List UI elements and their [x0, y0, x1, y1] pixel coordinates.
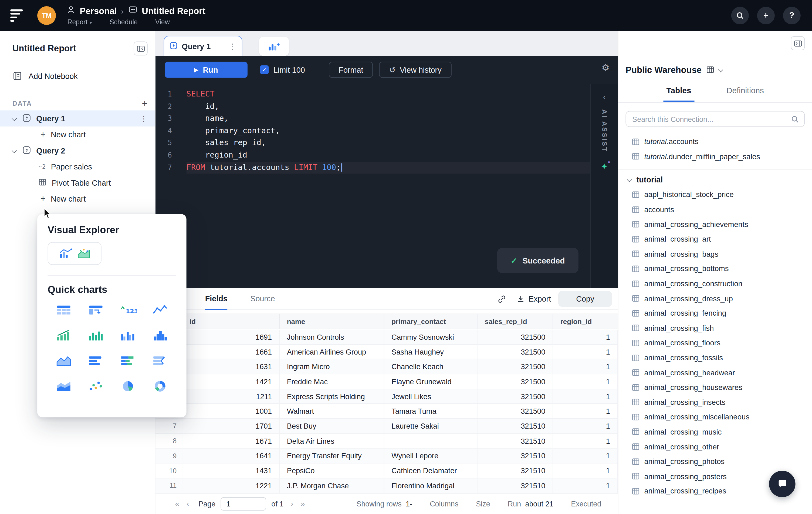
cell-primary-contact[interactable]: Laurette Sakai	[384, 419, 477, 433]
cell-id[interactable]: 1691	[182, 330, 280, 344]
chevron-left-icon[interactable]: ‹	[603, 92, 606, 101]
table-list-item[interactable]: animal_crossing_fossils	[618, 350, 812, 365]
cell-sales-rep-id[interactable]: 321510	[477, 463, 553, 478]
cell-id[interactable]: 1211	[182, 389, 280, 403]
quick-chart-bar-line[interactable]	[149, 353, 171, 368]
table-list-item[interactable]: animal_crossing_housewares	[618, 380, 812, 395]
chevron-down-icon[interactable]	[627, 177, 632, 182]
quick-chart-single-value[interactable]: 123	[117, 303, 139, 317]
tree-item-query2[interactable]: Query 2	[0, 143, 155, 159]
table-list-item[interactable]: animal_crossing_dress_up	[618, 291, 812, 306]
quick-chart-line[interactable]	[149, 303, 171, 317]
table-list-item[interactable]: animal_crossing_photos	[618, 454, 812, 469]
breadcrumb-workspace[interactable]: Personal	[80, 6, 117, 16]
table-list-item[interactable]: aapl_historical_stock_price	[618, 187, 812, 202]
connection-search[interactable]	[626, 111, 805, 127]
table-row[interactable]: 2 1661 American Airlines Group Sasha Hau…	[155, 345, 618, 359]
table-list-item[interactable]: animal_crossing_achievements	[618, 217, 812, 232]
quick-chart-pivot-table[interactable]	[85, 303, 107, 317]
quick-chart-column[interactable]	[85, 328, 107, 343]
create-new-button[interactable]: +	[757, 7, 775, 24]
cell-region-id[interactable]: 1	[553, 374, 618, 388]
chevron-down-icon[interactable]	[11, 148, 17, 153]
menu-report[interactable]: Report▾	[67, 18, 92, 26]
export-button[interactable]: Export	[517, 291, 551, 307]
cell-region-id[interactable]: 1	[553, 404, 618, 418]
sparkle-icon[interactable]: ✦✦	[601, 162, 608, 171]
cell-region-id[interactable]: 1	[553, 419, 618, 433]
cell-region-id[interactable]: 1	[553, 330, 618, 344]
tab-tables[interactable]: Tables	[663, 81, 694, 102]
table-row[interactable]: 4 1421 Freddie Mac Elayne Grunewald 3215…	[155, 374, 618, 389]
cell-name[interactable]: Ingram Micro	[280, 359, 384, 374]
quick-chart-column-trend[interactable]	[52, 328, 75, 343]
table-row[interactable]: 8 1671 Delta Air Lines 321510 1	[155, 434, 618, 449]
table-row[interactable]: 3 1631 Ingram Micro Chanelle Keach 32150…	[155, 359, 618, 374]
cell-id[interactable]: 1221	[182, 478, 280, 493]
collapse-right-panel-button[interactable]	[791, 36, 805, 50]
checkbox-checked-icon[interactable]: ✓	[260, 65, 269, 74]
cell-region-id[interactable]: 1	[553, 434, 618, 448]
editor-settings-button[interactable]: ⚙	[602, 62, 610, 73]
cell-region-id[interactable]: 1	[553, 449, 618, 463]
chevron-down-icon[interactable]	[11, 116, 17, 121]
cell-name[interactable]: Freddie Mac	[280, 374, 384, 388]
table-list-item[interactable]: animal_crossing_floors	[618, 335, 812, 350]
prev-page-button[interactable]: ‹	[186, 499, 189, 508]
cell-id[interactable]: 1661	[182, 345, 280, 359]
next-page-button[interactable]: ›	[291, 499, 293, 508]
cell-sales-rep-id[interactable]: 321500	[477, 359, 553, 374]
table-list-item[interactable]: animal_crossing_insects	[618, 395, 812, 410]
cell-sales-rep-id[interactable]: 321500	[477, 389, 553, 403]
cell-name[interactable]: Delta Air Lines	[280, 434, 384, 448]
table-row[interactable]: 1 1691 Johnson Controls Cammy Sosnowski …	[155, 330, 618, 345]
visual-explorer-button[interactable]	[48, 242, 102, 265]
table-row[interactable]: 11 1221 J.P. Morgan Chase Florentino Mad…	[155, 478, 618, 493]
quick-chart-histogram[interactable]	[149, 328, 171, 343]
cell-sales-rep-id[interactable]: 321500	[477, 404, 553, 418]
cell-sales-rep-id[interactable]: 321510	[477, 449, 553, 463]
quick-chart-table[interactable]	[52, 303, 75, 317]
cell-name[interactable]: Energy Transfer Equity	[280, 449, 384, 463]
column-header-region-id[interactable]: region_id	[553, 314, 618, 329]
table-row[interactable]: 5 1211 Express Scripts Holding Jewell Li…	[155, 389, 618, 404]
column-header-primary-contact[interactable]: primary_contact	[384, 314, 477, 329]
limit-checkbox[interactable]: ✓ Limit 100	[260, 65, 305, 74]
cell-region-id[interactable]: 1	[553, 345, 618, 359]
new-chart-tab-button[interactable]	[259, 37, 289, 56]
cell-sales-rep-id[interactable]: 321510	[477, 478, 553, 493]
table-list-item[interactable]: animal_crossing_fish	[618, 321, 812, 336]
table-list-item[interactable]: animal_crossing_fencing	[618, 306, 812, 321]
tab-query1[interactable]: Query 1 ⋮	[164, 36, 242, 56]
quick-chart-scatter[interactable]	[85, 379, 107, 394]
menu-schedule[interactable]: Schedule	[110, 18, 138, 26]
cell-id[interactable]: 1431	[182, 463, 280, 478]
collapse-left-panel-button[interactable]	[134, 42, 148, 55]
table-row[interactable]: 6 1001 Walmart Tamara Tuma 321500 1	[155, 404, 618, 419]
cell-primary-contact[interactable]: Elayne Grunewald	[384, 374, 477, 388]
cell-primary-contact[interactable]: Cathleen Delamater	[384, 463, 477, 478]
table-list-item[interactable]: animal_crossing_headwear	[618, 365, 812, 380]
format-button[interactable]: Format	[329, 62, 373, 78]
cell-id[interactable]: 1641	[182, 449, 280, 463]
cell-primary-contact[interactable]	[384, 434, 477, 448]
tree-item-paper-sales[interactable]: ~2 Paper sales	[0, 159, 155, 174]
quick-chart-pie[interactable]	[117, 379, 139, 394]
avatar[interactable]: TM	[37, 6, 56, 25]
search-button[interactable]	[731, 7, 749, 24]
table-list-item[interactable]: animal_crossing_miscellaneous	[618, 410, 812, 425]
cell-name[interactable]: J.P. Morgan Chase	[280, 478, 384, 493]
cell-sales-rep-id[interactable]: 321500	[477, 374, 553, 388]
cell-name[interactable]: Express Scripts Holding	[280, 389, 384, 403]
table-list-item[interactable]: animal_crossing_bottoms	[618, 261, 812, 276]
schema-group-tutorial[interactable]: tutorial	[618, 171, 812, 187]
add-data-button[interactable]: +	[142, 98, 147, 108]
kebab-menu-icon[interactable]: ⋮	[140, 114, 148, 123]
cell-primary-contact[interactable]: Cammy Sosnowski	[384, 330, 477, 344]
tab-source[interactable]: Source	[250, 288, 275, 310]
cell-primary-contact[interactable]: Sasha Haughey	[384, 345, 477, 359]
page-input[interactable]	[221, 497, 266, 511]
quick-chart-donut[interactable]	[149, 379, 171, 394]
copy-button[interactable]: Copy	[558, 291, 612, 307]
cell-name[interactable]: Best Buy	[280, 419, 384, 433]
